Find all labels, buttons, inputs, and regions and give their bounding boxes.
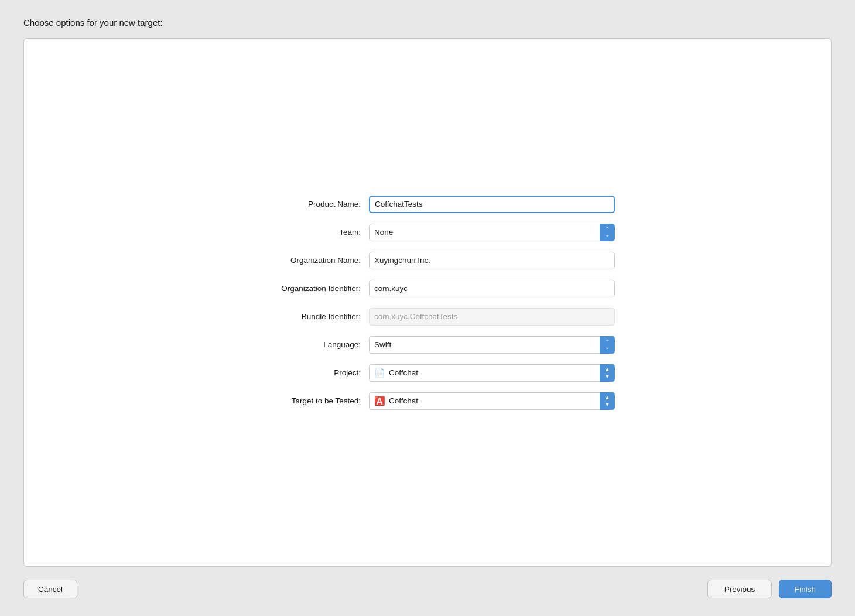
team-select-wrapper: None — [369, 224, 615, 241]
project-label: Project: — [240, 368, 369, 377]
product-name-label: Product Name: — [240, 200, 369, 208]
product-name-row: Product Name: — [240, 196, 615, 213]
org-id-row: Organization Identifier: — [240, 280, 615, 297]
org-id-label: Organization Identifier: — [240, 284, 369, 293]
main-panel: Product Name: Team: None Organization Na… — [23, 38, 832, 567]
form-container: Product Name: Team: None Organization Na… — [240, 196, 615, 410]
previous-button[interactable]: Previous — [707, 580, 772, 598]
org-name-label: Organization Name: — [240, 256, 369, 265]
bundle-id-input — [369, 308, 615, 326]
team-row: Team: None — [240, 224, 615, 241]
org-name-row: Organization Name: — [240, 252, 615, 269]
project-select-wrapper: 📄 Coffchat ▲ ▼ — [369, 364, 615, 382]
footer-right: Previous Finish — [707, 580, 832, 598]
org-name-input[interactable] — [369, 252, 615, 269]
project-control: 📄 Coffchat ▲ ▼ — [369, 364, 615, 382]
org-id-control — [369, 280, 615, 297]
language-select[interactable]: Swift Objective-C — [369, 336, 615, 354]
product-name-control — [369, 196, 615, 213]
language-row: Language: Swift Objective-C — [240, 336, 615, 354]
page-title: Choose options for your new target: — [23, 18, 163, 28]
target-row: Target to be Tested: 🅰️ Coffchat ▲ ▼ — [240, 392, 615, 410]
bundle-id-row: Bundle Identifier: — [240, 308, 615, 326]
language-label: Language: — [240, 340, 369, 349]
target-label: Target to be Tested: — [240, 396, 369, 405]
finish-button[interactable]: Finish — [779, 580, 832, 598]
language-control: Swift Objective-C — [369, 336, 615, 354]
language-select-wrapper: Swift Objective-C — [369, 336, 615, 354]
target-control: 🅰️ Coffchat ▲ ▼ — [369, 392, 615, 410]
footer: Cancel Previous Finish — [23, 567, 832, 598]
project-row: Project: 📄 Coffchat ▲ ▼ — [240, 364, 615, 382]
target-value: Coffchat — [389, 396, 418, 405]
org-name-control — [369, 252, 615, 269]
org-id-input[interactable] — [369, 280, 615, 297]
cancel-button[interactable]: Cancel — [23, 580, 77, 598]
team-select[interactable]: None — [369, 224, 615, 241]
bundle-id-control — [369, 308, 615, 326]
bundle-id-label: Bundle Identifier: — [240, 312, 369, 321]
project-value: Coffchat — [389, 368, 418, 377]
project-icon: 📄 — [374, 368, 385, 378]
product-name-input[interactable] — [369, 196, 615, 213]
target-icon: 🅰️ — [374, 396, 385, 406]
team-label: Team: — [240, 228, 369, 237]
project-select[interactable]: 📄 Coffchat — [369, 364, 615, 382]
team-control: None — [369, 224, 615, 241]
target-select-wrapper: 🅰️ Coffchat ▲ ▼ — [369, 392, 615, 410]
target-select[interactable]: 🅰️ Coffchat — [369, 392, 615, 410]
